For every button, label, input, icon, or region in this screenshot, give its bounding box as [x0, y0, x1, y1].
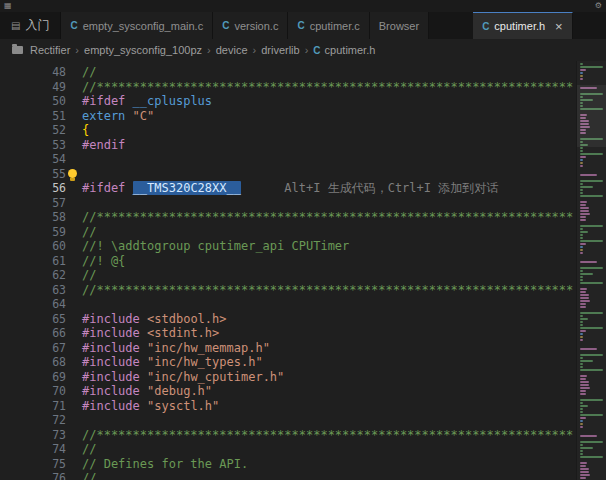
- settings-gear-icon[interactable]: ⚙: [595, 2, 602, 10]
- tab-cputimer-c[interactable]: Ccputimer.c: [288, 12, 369, 39]
- code-line[interactable]: 54: [0, 152, 576, 167]
- line-number: 51: [0, 109, 66, 124]
- line-number: 60: [0, 239, 66, 254]
- code-line[interactable]: 62//: [0, 268, 576, 283]
- minimap[interactable]: [576, 61, 606, 480]
- code-line[interactable]: 61//! @{: [0, 254, 576, 269]
- line-number: 54: [0, 152, 66, 167]
- minimap-line: [580, 375, 587, 377]
- line-number: 68: [0, 355, 66, 370]
- code-token: [140, 384, 147, 398]
- code-line[interactable]: 75// Defines for the API.: [0, 457, 576, 472]
- chevron-right-icon: ›: [253, 44, 257, 56]
- breadcrumb-item-empty-sysconfig-100pz[interactable]: empty_sysconfig_100pz: [84, 44, 202, 56]
- line-number: 50: [0, 94, 66, 109]
- code-line[interactable]: 72: [0, 413, 576, 428]
- code-token: //**************************************…: [82, 80, 573, 94]
- code-token: //: [82, 268, 96, 282]
- code-line[interactable]: 66#include <stdint.h>: [0, 326, 576, 341]
- code-token: "debug.h": [147, 384, 212, 398]
- code-line[interactable]: 48//: [0, 65, 576, 80]
- code-line[interactable]: 52{: [0, 123, 576, 138]
- minimap-line: [580, 441, 603, 443]
- app-menu-icon[interactable]: ▦: [4, 2, 12, 10]
- minimap-line: [580, 207, 589, 209]
- line-number: 65: [0, 312, 66, 327]
- code-editor[interactable]: 48//49//********************************…: [0, 61, 606, 480]
- line-number: 67: [0, 341, 66, 356]
- line-number: 56: [0, 181, 66, 196]
- minimap-line: [580, 231, 588, 233]
- minimap-line: [580, 378, 586, 380]
- minimap-line: [580, 159, 583, 161]
- code-line-content: // Defines for the API.: [66, 457, 576, 472]
- code-line[interactable]: 55: [0, 167, 576, 182]
- close-icon[interactable]: ×: [555, 20, 563, 33]
- code-line[interactable]: 50#ifdef __cplusplus: [0, 94, 576, 109]
- line-number: 70: [0, 384, 66, 399]
- code-line-content: [66, 413, 576, 428]
- code-line[interactable]: 63//************************************…: [0, 283, 576, 298]
- code-token: [125, 94, 132, 108]
- minimap-line: [580, 363, 583, 365]
- code-line[interactable]: 69#include "inc/hw_cputimer.h": [0, 370, 576, 385]
- breadcrumb-item-device[interactable]: device: [216, 44, 248, 56]
- tab-getting-started[interactable]: ▤ 入门: [0, 12, 61, 39]
- code-line[interactable]: 70#include "debug.h": [0, 384, 576, 399]
- minimap-line: [580, 276, 583, 278]
- code-line[interactable]: 76//: [0, 471, 576, 480]
- code-line[interactable]: 65#include <stdbool.h>: [0, 312, 576, 327]
- code-token: <stdbool.h>: [147, 312, 226, 326]
- code-line[interactable]: 53#endif: [0, 138, 576, 153]
- code-line[interactable]: 56#ifdef __TMS320C28XX__ Alt+I 生成代码，Ctrl…: [0, 181, 576, 196]
- code-line[interactable]: 51extern "C": [0, 109, 576, 124]
- code-token: #include: [82, 326, 140, 340]
- line-number: 72: [0, 413, 66, 428]
- lightbulb-icon[interactable]: [68, 169, 77, 178]
- code-lines: 48//49//********************************…: [0, 61, 576, 480]
- minimap-line: [580, 204, 586, 206]
- tab-getting-started-label: 入门: [25, 17, 49, 34]
- minimap-line: [580, 78, 583, 80]
- code-line-content: [66, 152, 576, 167]
- tab-browser[interactable]: Browser: [370, 12, 429, 39]
- code-line[interactable]: 71#include "sysctl.h": [0, 399, 576, 414]
- minimap-line: [580, 390, 586, 392]
- code-line[interactable]: 49//************************************…: [0, 80, 576, 95]
- minimap-line: [580, 72, 583, 74]
- minimap-viewport[interactable]: [577, 85, 606, 147]
- code-line[interactable]: 58//************************************…: [0, 210, 576, 225]
- tab-empty-sysconfig-main-c[interactable]: Cempty_sysconfig_main.c: [61, 12, 213, 39]
- code-line-content: #ifdef __cplusplus: [66, 94, 576, 109]
- line-number: 74: [0, 442, 66, 457]
- code-line[interactable]: 57: [0, 196, 576, 211]
- breadcrumb-item-cputimer-h[interactable]: cputimer.h: [325, 44, 376, 56]
- code-line[interactable]: 73//************************************…: [0, 428, 576, 443]
- minimap-line: [580, 471, 589, 473]
- code-line-content: [66, 297, 576, 312]
- minimap-line: [580, 423, 583, 425]
- code-line[interactable]: 74//: [0, 442, 576, 457]
- code-line[interactable]: 59//: [0, 225, 576, 240]
- code-line[interactable]: 60//! \addtogroup cputimer_api CPUTimer: [0, 239, 576, 254]
- minimap-line: [580, 186, 593, 188]
- code-line-content: //! @{: [66, 254, 576, 269]
- breadcrumb-item-driverlib[interactable]: driverlib: [261, 44, 300, 56]
- code-line[interactable]: 64: [0, 297, 576, 312]
- breadcrumb-item-rectifier[interactable]: Rectifier: [30, 44, 70, 56]
- minimap-line: [580, 66, 603, 68]
- minimap-line: [580, 468, 589, 470]
- tab-version-c[interactable]: Cversion.c: [213, 12, 288, 39]
- line-number: 53: [0, 138, 66, 153]
- tab-bar: ▤ 入门 Cempty_sysconfig_main.cCversion.cCc…: [0, 12, 606, 39]
- code-line[interactable]: 68#include "inc/hw_types.h": [0, 355, 576, 370]
- minimap-line: [580, 321, 583, 323]
- code-line[interactable]: 67#include "inc/hw_memmap.h": [0, 341, 576, 356]
- minimap-line: [580, 234, 583, 236]
- tab-cputimer-h[interactable]: Ccputimer.h×: [473, 12, 573, 39]
- code-line-content: #include "sysctl.h": [66, 399, 576, 414]
- minimap-line: [580, 453, 583, 455]
- minimap-line: [580, 444, 583, 446]
- line-number: 59: [0, 225, 66, 240]
- code-token: //: [82, 471, 96, 480]
